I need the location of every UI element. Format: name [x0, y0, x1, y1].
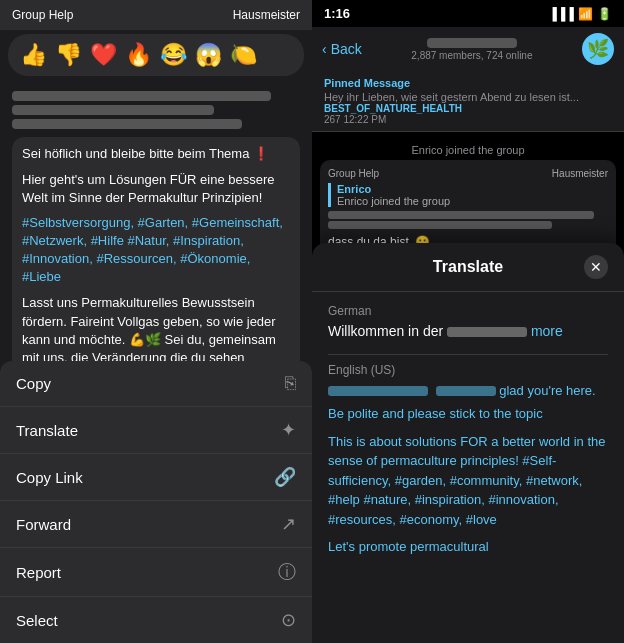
pinned-meta: 267 12:22 PM — [324, 114, 612, 125]
chat-nav: ‹ Back 2,887 members, 724 online 🌿 — [312, 27, 624, 71]
source-text-blurred — [447, 327, 527, 337]
status-bar: 1:16 ▐▐▐ 📶 🔋 — [312, 0, 624, 27]
translated-content: glad you're here. Be polite and please s… — [328, 381, 608, 557]
emoji-reaction-bar[interactable]: 👍 👎 ❤️ 🔥 😂 😱 🍋 — [8, 34, 304, 76]
translate-modal: Translate ✕ German Willkommen in der mor… — [312, 243, 624, 643]
pinned-text: Hey ihr Lieben, wie seit gestern Abend z… — [324, 91, 612, 103]
menu-item-copy[interactable]: Copy ⎘ — [0, 361, 312, 407]
shock-emoji[interactable]: 😱 — [195, 42, 222, 68]
translated-blurred-2 — [436, 386, 496, 396]
quote-bar: Enrico Enrico joined the group — [328, 183, 608, 207]
avatar[interactable]: 🌿 — [582, 33, 614, 65]
target-lang-label: English (US) — [328, 363, 608, 377]
menu-item-select[interactable]: Select ⊙ — [0, 597, 312, 643]
quote-text: Enrico joined the group — [337, 195, 608, 207]
divider — [328, 354, 608, 355]
wifi-icon: 📶 — [578, 7, 593, 21]
translated-blurred-1 — [328, 386, 428, 396]
select-icon: ⊙ — [281, 609, 296, 631]
menu-item-report[interactable]: Report ⓘ — [0, 548, 312, 597]
menu-copy-label: Copy — [16, 375, 51, 392]
context-menu: Copy ⎘ Translate ✦ Copy Link 🔗 Forward ↗… — [0, 361, 312, 643]
modal-title: Translate — [352, 258, 584, 276]
thumbs-down-emoji[interactable]: 👎 — [55, 42, 82, 68]
modal-body: German Willkommen in der more English (U… — [312, 292, 624, 643]
source-text: Willkommen in der more — [328, 322, 608, 342]
translated-line2: Be polite and please stick to the topic — [328, 404, 608, 424]
blurred-message-3 — [12, 119, 242, 129]
modal-close-button[interactable]: ✕ — [584, 255, 608, 279]
message-text-1: Sei höflich und bleibe bitte beim Thema … — [22, 145, 290, 163]
chat-name-blurred — [427, 38, 517, 48]
pinned-message-banner[interactable]: Pinned Message Hey ihr Lieben, wie seit … — [312, 71, 624, 132]
forward-icon: ↗ — [281, 513, 296, 535]
group-name-left: Group Help — [12, 8, 73, 22]
battery-icon: 🔋 — [597, 7, 612, 21]
info-icon: ⓘ — [278, 560, 296, 584]
translated-line3: This is about solutions FOR a better wor… — [328, 432, 608, 530]
menu-item-translate[interactable]: Translate ✦ — [0, 407, 312, 454]
right-panel: 1:16 ▐▐▐ 📶 🔋 ‹ Back 2,887 members, 724 o… — [312, 0, 624, 643]
menu-forward-label: Forward — [16, 516, 71, 533]
translated-line1: glad you're here. — [499, 383, 595, 398]
menu-report-label: Report — [16, 564, 61, 581]
status-time: 1:16 — [324, 6, 350, 21]
message-text-2: Hier geht's um Lösungen FÜR eine bessere… — [22, 171, 290, 207]
menu-translate-label: Translate — [16, 422, 78, 439]
nav-center: 2,887 members, 724 online — [411, 38, 532, 61]
menu-item-forward[interactable]: Forward ↗ — [0, 501, 312, 548]
pinned-label: Pinned Message — [324, 77, 612, 89]
back-arrow-icon: ‹ — [322, 41, 327, 57]
more-link[interactable]: more — [531, 323, 563, 339]
laugh-emoji[interactable]: 😂 — [160, 42, 187, 68]
translated-line4: Let's promote permacultural — [328, 537, 608, 557]
blurred-message-1 — [12, 91, 271, 101]
bubble-header: Group Help Hausmeister — [328, 168, 608, 179]
blurred-message-2 — [12, 105, 214, 115]
avatar-image: 🌿 — [587, 38, 609, 60]
modal-header: Translate ✕ — [312, 243, 624, 292]
fire-emoji[interactable]: 🔥 — [125, 42, 152, 68]
system-message: Enrico joined the group — [320, 144, 616, 156]
status-icons: ▐▐▐ 📶 🔋 — [548, 7, 612, 21]
source-text-content: Willkommen in der — [328, 323, 447, 339]
signal-icon: ▐▐▐ — [548, 7, 574, 21]
menu-select-label: Select — [16, 612, 58, 629]
bubble-group: Group Help — [328, 168, 379, 179]
user-name-left: Hausmeister — [233, 8, 300, 22]
heart-emoji[interactable]: ❤️ — [90, 42, 117, 68]
thumbs-up-emoji[interactable]: 👍 — [20, 42, 47, 68]
translate-icon: ✦ — [281, 419, 296, 441]
blurred-bubble-line-1 — [328, 211, 594, 219]
blurred-bubble-line-2 — [328, 221, 552, 229]
chat-header: Group Help Hausmeister — [0, 0, 312, 30]
menu-item-copy-link[interactable]: Copy Link 🔗 — [0, 454, 312, 501]
link-icon: 🔗 — [274, 466, 296, 488]
bubble-author: Hausmeister — [552, 168, 608, 179]
pinned-link[interactable]: BEST_OF_NATURE_HEALTH — [324, 103, 612, 114]
lemon-emoji[interactable]: 🍋 — [230, 42, 257, 68]
message-hashtags: #Selbstversorgung, #Garten, #Gemeinschaf… — [22, 214, 290, 287]
members-count: 2,887 members, 724 online — [411, 50, 532, 61]
menu-copy-link-label: Copy Link — [16, 469, 83, 486]
quote-author: Enrico — [337, 183, 608, 195]
back-button[interactable]: ‹ Back — [322, 41, 362, 57]
source-lang-label: German — [328, 304, 608, 318]
back-label: Back — [331, 41, 362, 57]
copy-icon: ⎘ — [285, 373, 296, 394]
left-panel: Group Help Hausmeister 👍 👎 ❤️ 🔥 😂 😱 🍋 Se… — [0, 0, 312, 643]
